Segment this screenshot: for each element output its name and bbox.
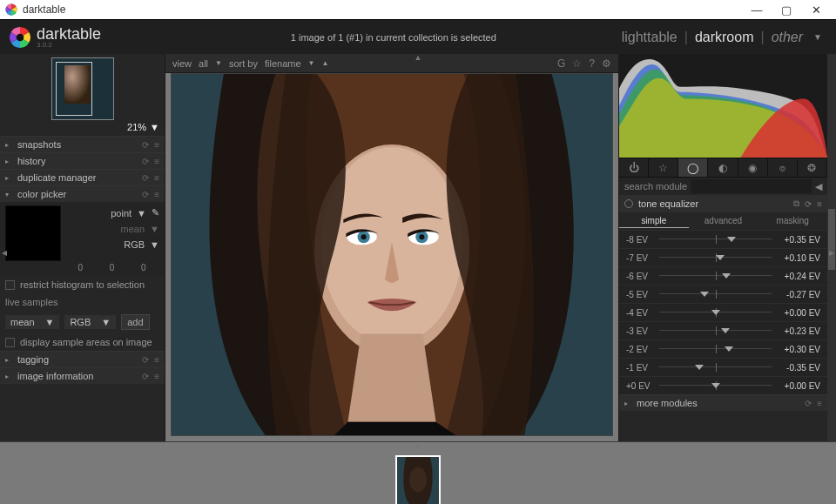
module-presets-icon[interactable]: ≡ <box>817 199 822 209</box>
ev-slider-row[interactable]: +0 EV+0.00 EV <box>619 376 827 394</box>
clear-search-icon[interactable]: ◀ <box>815 181 822 192</box>
star-overlay-icon[interactable]: ☆ <box>572 57 582 70</box>
preferences-icon[interactable]: ⚙ <box>602 57 611 70</box>
ev-track[interactable] <box>659 361 772 373</box>
filmstrip-thumbnail[interactable] <box>395 455 441 504</box>
mode-darkroom[interactable]: darkroom <box>695 30 754 45</box>
collapse-bottom-icon[interactable]: ▼ <box>415 442 422 451</box>
live-space-dropdown[interactable]: RGB▼ <box>64 315 116 329</box>
grouping-icon[interactable]: G <box>557 57 565 70</box>
ev-track[interactable] <box>659 270 772 282</box>
restrict-histogram-checkbox[interactable]: restrict histogram to selection <box>0 276 165 293</box>
add-sample-button[interactable]: add <box>121 314 149 330</box>
collapse-right-icon[interactable]: ▸ <box>827 231 836 274</box>
live-stat-dropdown[interactable]: mean▼ <box>5 315 59 329</box>
tab-color-icon[interactable]: ◉ <box>738 158 768 177</box>
search-module-input[interactable] <box>691 179 812 193</box>
brand-version: 3.0.2 <box>37 42 101 49</box>
tab-favorites-icon[interactable]: ☆ <box>649 158 678 177</box>
histogram[interactable] <box>619 54 827 158</box>
tab-active-modules-icon[interactable]: ⏻ <box>619 158 649 177</box>
ev-slider-row[interactable]: -6 EV+0.24 EV <box>619 266 827 285</box>
window-close-button[interactable]: ✕ <box>801 0 831 19</box>
image-viewport[interactable] <box>171 73 613 436</box>
filmstrip: ▼ <box>0 441 836 504</box>
tab-correction-icon[interactable]: ⌾ <box>768 158 798 177</box>
ev-slider-row[interactable]: -8 EV+0.35 EV <box>619 230 827 248</box>
mode-menu-icon[interactable]: ▼ <box>813 32 822 42</box>
ev-label: -6 EV <box>626 272 659 281</box>
live-samples-header: live samples <box>0 293 165 311</box>
picker-b: 0 <box>141 263 146 272</box>
section-color-picker[interactable]: ▾color picker ⟳≡ <box>0 186 165 202</box>
tab-basic-icon[interactable]: ◯ <box>678 158 708 177</box>
ev-label: -8 EV <box>626 235 659 245</box>
brand-name: darktable <box>37 26 101 42</box>
section-tagging[interactable]: ▸tagging ⟳≡ <box>0 352 165 367</box>
collapse-top-icon[interactable]: ▲ <box>415 53 422 62</box>
ev-track[interactable] <box>659 288 772 300</box>
module-reset-icon[interactable]: ⟳ <box>805 199 812 209</box>
ev-slider-row[interactable]: -2 EV+0.30 EV <box>619 339 827 358</box>
navigation-thumbnail[interactable] <box>51 57 114 120</box>
module-tone-equalizer-header[interactable]: tone equalizer ⧉ ⟳ ≡ <box>619 195 827 212</box>
picker-mode[interactable]: point <box>111 208 131 218</box>
section-more-modules[interactable]: ▸more modules ⟳≡ <box>619 395 827 411</box>
ev-track[interactable] <box>659 380 772 392</box>
view-value[interactable]: all <box>199 58 208 69</box>
ev-track[interactable] <box>659 343 772 355</box>
search-module-label: search module <box>624 181 687 192</box>
tab-tone-icon[interactable]: ◐ <box>708 158 738 177</box>
reset-icon[interactable]: ⟳ <box>142 140 149 150</box>
presets-icon[interactable]: ≡ <box>154 140 159 150</box>
window-maximize-button[interactable]: ▢ <box>772 0 801 19</box>
section-duplicate[interactable]: ▸duplicate manager ⟳≡ <box>0 170 165 185</box>
sort-label: sort by <box>229 58 258 69</box>
ev-slider-row[interactable]: -4 EV+0.00 EV <box>619 303 827 321</box>
sort-dropdown-icon[interactable]: ▼ <box>308 59 315 67</box>
window-titlebar: darktable — ▢ ✕ <box>0 0 836 19</box>
module-group-tabs: ⏻ ☆ ◯ ◐ ◉ ⌾ ❂ <box>619 158 827 178</box>
right-panel: ⏻ ☆ ◯ ◐ ◉ ⌾ ❂ search module ◀ tone equal… <box>618 54 836 441</box>
module-power-icon[interactable] <box>624 199 633 208</box>
sort-direction-icon[interactable]: ▲ <box>321 59 328 67</box>
view-dropdown-icon[interactable]: ▼ <box>215 59 222 67</box>
canvas-area <box>165 73 618 441</box>
tab-masking[interactable]: masking <box>758 216 827 228</box>
ev-value: +0.00 EV <box>772 381 820 391</box>
eyedropper-icon[interactable]: ✎ <box>152 207 159 218</box>
mode-lighttable[interactable]: lighttable <box>622 30 678 45</box>
ev-slider-row[interactable]: -3 EV+0.23 EV <box>619 321 827 339</box>
ev-slider-row[interactable]: -7 EV+0.10 EV <box>619 248 827 266</box>
sort-value[interactable]: filename <box>265 58 301 69</box>
filter-bar: view all ▼ sort by filename ▼ ▲ G ☆ ? ⚙ <box>165 54 618 73</box>
picker-stat[interactable]: mean <box>121 224 145 234</box>
ev-label: -3 EV <box>626 326 659 336</box>
ev-slider-row[interactable]: -5 EV-0.27 EV <box>619 285 827 303</box>
zoom-dropdown-icon[interactable]: ▼ <box>150 122 159 132</box>
ev-slider-row[interactable]: -1 EV-0.35 EV <box>619 358 827 376</box>
display-sample-areas-checkbox[interactable]: display sample areas on image <box>0 333 165 351</box>
section-snapshots[interactable]: ▸snapshots ⟳ ≡ <box>0 137 165 152</box>
help-icon[interactable]: ? <box>589 57 595 70</box>
multi-instance-icon[interactable]: ⧉ <box>793 198 799 209</box>
ev-track[interactable] <box>659 306 772 319</box>
app-icon <box>5 3 17 16</box>
ev-value: +0.35 EV <box>772 235 820 245</box>
status-text: 1 image of 1 (#1) in current collection … <box>165 32 622 43</box>
ev-value: +0.10 EV <box>772 253 820 263</box>
ev-track[interactable] <box>659 233 772 245</box>
collapse-left-icon[interactable]: ◂ <box>0 231 9 274</box>
tab-advanced[interactable]: advanced <box>689 216 758 228</box>
ev-value: +0.30 EV <box>772 345 820 354</box>
section-history[interactable]: ▸history ⟳≡ <box>0 153 165 169</box>
section-image-info[interactable]: ▸image information ⟳≡ <box>0 368 165 384</box>
tab-simple[interactable]: simple <box>619 216 689 228</box>
picker-space[interactable]: RGB <box>124 239 145 250</box>
window-minimize-button[interactable]: — <box>742 0 772 19</box>
ev-track[interactable] <box>659 325 772 337</box>
ev-track[interactable] <box>659 252 772 264</box>
tab-effect-icon[interactable]: ❂ <box>798 158 827 177</box>
mode-other[interactable]: other <box>772 30 803 45</box>
ev-label: -4 EV <box>626 308 659 318</box>
